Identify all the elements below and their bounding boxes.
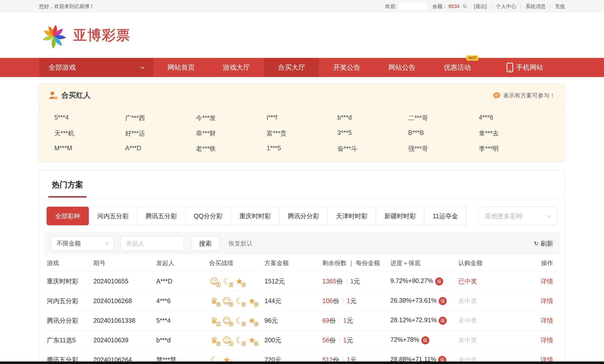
hot-user[interactable]: 3***5	[337, 129, 408, 137]
hot-user[interactable]: 富***贵	[267, 129, 337, 137]
tab-xinjiang-ssc[interactable]: 新疆时时彩	[376, 207, 424, 225]
col-action: 操作	[521, 259, 557, 267]
table-row: 广东11选5 2024010639 b***d ♛9 ☺1 ☾4 ★6 200元…	[47, 331, 557, 350]
nav-item-site-announcements[interactable]: 网站公告	[374, 58, 430, 77]
tab-tianjin-ssc[interactable]: 天津时时彩	[327, 207, 376, 225]
guarantee-badge: 保	[439, 297, 447, 305]
hot-user[interactable]: 今***发	[196, 114, 267, 122]
system-messages-link[interactable]: 系统消息	[521, 4, 550, 9]
nav-all-games[interactable]: 全部游戏	[39, 58, 154, 77]
moon-badge-icon: ☾9	[234, 315, 244, 326]
hot-user[interactable]: M***M	[54, 144, 125, 153]
mobile-site-label: 手机网站	[516, 63, 543, 72]
table-row: 重庆时时彩 2024010655 A***D ☺1 ☾3 ★6 1512元 13…	[47, 272, 557, 291]
tab-chongqing-ssc[interactable]: 重庆时时彩	[231, 207, 279, 225]
amount-filter-value: 不限金额	[57, 239, 81, 247]
hot-users-panel: 合买红人 表示有方案可参与！ 5***4 广***西 今***发 i***f b…	[39, 84, 565, 162]
hot-user[interactable]: i***f	[267, 114, 337, 122]
tab-all-lotteries[interactable]: 全部彩种	[47, 207, 89, 225]
table-row: 河内五分彩 20240106268 4***6 ♛8 ☺8 ☾6 ★9 144元…	[47, 291, 557, 311]
speech-bubble-icon	[493, 92, 501, 99]
refresh-balance-icon[interactable]: ↻	[463, 3, 467, 10]
status-badge: 未中奖	[458, 297, 521, 305]
more-lotteries-select[interactable]: 其他更多彩种	[478, 207, 557, 225]
nav-item-group-buy-hall[interactable]: 合买大厅	[264, 58, 319, 77]
remaining-shares: 69份1元	[322, 316, 390, 325]
issue-number: 202401061338	[93, 317, 156, 324]
hot-user[interactable]: 恭***财	[196, 129, 267, 137]
nav-item-home[interactable]: 网站首页	[154, 58, 209, 77]
hot-plans-panel: 热门方案 全部彩种 河内五分彩 腾讯五分彩 QQ分分彩 重庆时时彩 腾讯分分彩 …	[39, 170, 565, 364]
issue-number: 20240106268	[93, 297, 156, 305]
hot-user[interactable]: 5***4	[54, 114, 125, 122]
hot-user[interactable]: 李***明	[479, 144, 550, 153]
chevron-down-icon	[106, 241, 109, 244]
hot-user[interactable]: 强***哥	[408, 144, 479, 153]
hot-user[interactable]: 天***机	[54, 129, 125, 137]
crown-badge-icon: ♛8	[209, 296, 219, 306]
amount-filter-select[interactable]: 不限金额	[51, 236, 114, 251]
topbar: 您好，欢迎来到亿鼎博！ 欢迎: 余额： 9534 ↻ [退出] 个人中心 系统消…	[0, 0, 604, 13]
table-row: 腾讯分分彩 202401061338 5***4 ♛1 ☺6 ☾9 ★9 96元…	[47, 311, 557, 331]
progress-guarantee: 72%+78%保	[390, 336, 458, 344]
site-logo[interactable]: 亚博彩票	[39, 20, 565, 50]
progress-guarantee: 26.38%+73.61%保	[390, 297, 458, 305]
table-header: 游戏 期号 发起人 合买战绩 方案金额 剩余份数 ｜ 每份金额 进度＋保底 认购…	[47, 254, 557, 272]
star-badge-icon: ★9	[247, 315, 257, 326]
detail-link[interactable]: 详情	[541, 337, 553, 344]
hot-user[interactable]: 广***西	[125, 114, 196, 122]
tab-hanoi-5min[interactable]: 河内五分彩	[89, 207, 137, 225]
hot-user[interactable]: 1***5	[267, 144, 337, 153]
col-initiator: 发起人	[156, 259, 209, 267]
hot-user[interactable]: 奋***斗	[337, 144, 408, 153]
refresh-label: 刷新	[541, 239, 553, 248]
face-badge-icon: ☺1	[222, 335, 232, 346]
tab-tencent-5min[interactable]: 腾讯五分彩	[137, 207, 185, 225]
main-nav: 全部游戏 网站首页 游戏大厅 合买大厅 开奖公告 网站公告 优惠活动 HOT 手…	[0, 58, 604, 77]
hot-user[interactable]: b***d	[337, 114, 408, 122]
hot-user[interactable]: 4***6	[479, 114, 550, 122]
hot-user[interactable]: 好***运	[125, 129, 196, 137]
hot-users-grid: 5***4 广***西 今***发 i***f b***d 二***哥 4***…	[39, 106, 565, 153]
detail-link[interactable]: 详情	[541, 297, 553, 304]
reset-defaults-link[interactable]: 恢复默认	[229, 239, 253, 247]
recharge-link[interactable]: 充值	[550, 4, 565, 9]
tab-11yun-duojin[interactable]: 11运夺金	[424, 207, 467, 225]
game-name: 广东11选5	[47, 336, 93, 344]
initiator-name: b***d	[156, 337, 209, 344]
hot-user[interactable]: 老***铁	[196, 144, 267, 153]
hot-user[interactable]: 二***哥	[408, 114, 479, 122]
moon-badge-icon: ☾3	[222, 276, 232, 287]
tab-qq-minute[interactable]: QQ分分彩	[185, 207, 231, 225]
refresh-list-button[interactable]: ↻ 刷新	[534, 239, 553, 248]
all-games-label: 全部游戏	[49, 63, 76, 72]
nav-item-promotions[interactable]: 优惠活动 HOT	[430, 58, 485, 77]
tab-tencent-minute[interactable]: 腾讯分分彩	[279, 207, 328, 225]
detail-link[interactable]: 详情	[541, 317, 553, 324]
status-badge: 未中奖	[458, 336, 521, 344]
hot-user[interactable]: B***B	[408, 129, 479, 137]
pinwheel-logo-icon	[39, 20, 69, 50]
col-remaining: 剩余份数 ｜ 每份金额	[322, 259, 390, 267]
hot-user[interactable]: A***D	[125, 144, 196, 153]
col-issue: 期号	[93, 259, 156, 267]
detail-link[interactable]: 详情	[541, 278, 553, 285]
game-name: 腾讯分分彩	[47, 316, 93, 325]
welcome-username-box[interactable]	[399, 3, 427, 10]
search-button[interactable]: 搜索	[191, 236, 219, 251]
issue-number: 2024010639	[93, 337, 156, 344]
hot-badge: HOT	[466, 55, 478, 61]
promotions-label: 优惠活动	[444, 63, 471, 72]
nav-item-game-hall[interactable]: 游戏大厅	[209, 58, 264, 77]
issue-number: 2024010655	[93, 278, 156, 285]
user-center-link[interactable]: 个人中心	[491, 4, 521, 9]
hot-users-note: 表示有方案可参与！	[503, 92, 555, 99]
chevron-down-icon	[141, 65, 145, 69]
nav-item-draw-announcements[interactable]: 开奖公告	[319, 58, 374, 77]
nav-item-mobile-site[interactable]: 手机网站	[485, 58, 565, 77]
initiator-search-input[interactable]	[121, 236, 184, 251]
plan-amount: 96元	[265, 316, 322, 325]
balance-label: 余额：	[432, 3, 447, 10]
hot-user[interactable]: 拿***去	[479, 129, 550, 137]
logout-link[interactable]: [退出]	[474, 4, 491, 9]
